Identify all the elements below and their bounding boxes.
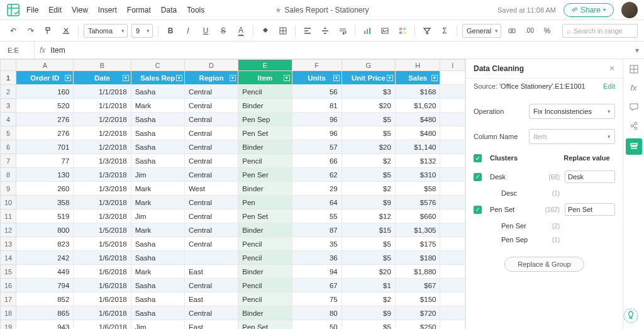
row-header[interactable]: 3 [1,99,16,113]
cell[interactable]: Sasha [131,279,184,293]
col-header-I[interactable]: I [440,60,465,71]
wrap-icon[interactable] [336,24,350,38]
star-icon[interactable]: ★ [275,6,282,14]
col-header-C[interactable]: C [131,60,184,71]
cell[interactable]: 1/3/2018 [74,209,131,223]
cell[interactable]: $15 [341,223,395,237]
row-header[interactable]: 11 [1,209,16,223]
edit-source-link[interactable]: Edit [603,82,615,90]
cell[interactable]: 1/2/2018 [74,113,131,126]
cell[interactable]: Central [184,279,238,293]
row-header[interactable]: 18 [1,306,16,320]
row-header[interactable]: 12 [1,223,16,237]
cell[interactable]: Central [184,85,238,99]
col-header-H[interactable]: H [395,60,440,71]
cell[interactable]: $2 [341,293,395,306]
cell[interactable]: 29 [292,182,341,196]
cell[interactable]: Mark [131,223,184,237]
cell[interactable]: 276 [16,113,74,126]
cell[interactable]: 242 [16,251,74,265]
cell[interactable]: Central [184,126,238,140]
cell[interactable]: $20 [341,99,395,113]
cell[interactable]: Jim [131,209,184,223]
cell[interactable]: 943 [16,320,74,330]
cell[interactable]: Mark [131,196,184,209]
italic-icon[interactable]: I [181,24,195,38]
user-avatar[interactable] [621,2,638,18]
bold-icon[interactable]: B [164,24,177,38]
menu-tools[interactable]: Tools [187,6,204,14]
cell[interactable]: $5 [341,126,395,140]
cell[interactable]: 1/5/2018 [74,237,131,251]
cell[interactable]: Mark [131,99,184,113]
cell[interactable]: $480 [395,126,440,140]
cell[interactable]: Pencil [238,251,292,265]
cell[interactable]: Pencil [238,293,292,306]
cell[interactable]: $5 [341,113,395,126]
cell[interactable]: 36 [292,251,341,265]
cell[interactable]: Pen Set [238,126,292,140]
cell[interactable]: $720 [395,306,440,320]
cell[interactable]: Jim [131,320,184,330]
cell[interactable]: Binder [238,182,292,196]
cell[interactable]: Sasha [131,237,184,251]
close-icon[interactable]: ✕ [609,64,615,73]
decimals-icon[interactable]: .00 [523,24,536,38]
operation-select[interactable]: Fix Inconsistencies [529,104,615,119]
cell[interactable]: 1/1/2018 [74,85,131,99]
cell[interactable]: Sasha [131,113,184,126]
cell[interactable]: Central [184,154,238,168]
cell[interactable]: $150 [395,293,440,306]
cell[interactable]: Pencil [238,279,292,293]
menu-file[interactable]: File [26,6,38,14]
cell[interactable]: 1/6/2018 [74,306,131,320]
cell[interactable]: 1/2/2018 [74,126,131,140]
number-format-select[interactable]: General [462,24,501,38]
cell[interactable]: Central [184,168,238,182]
cell[interactable] [184,251,238,265]
cell[interactable]: 794 [16,279,74,293]
underline-icon[interactable]: U [199,24,213,38]
comment-tool-icon[interactable] [628,101,640,113]
col-header-E[interactable]: E [238,60,292,71]
cell[interactable]: Central [184,196,238,209]
row-header[interactable]: 6 [1,140,16,154]
cell[interactable]: 66 [292,154,341,168]
cell[interactable]: 55 [292,209,341,223]
cell[interactable]: Binder [238,99,292,113]
cell[interactable]: Pen Set [238,320,292,330]
col-header-B[interactable]: B [74,60,131,71]
header-sales-rep[interactable]: Sales Rep▾ [131,71,184,85]
row-header[interactable]: 17 [1,293,16,306]
cell[interactable]: 96 [292,113,341,126]
percent-icon[interactable]: % [540,24,554,38]
replace-group-button[interactable]: Replace & Group [504,257,584,272]
chart-icon[interactable] [360,24,374,38]
share-tool-icon[interactable] [628,120,640,132]
cell[interactable]: $175 [395,237,440,251]
cell[interactable]: Sasha [131,140,184,154]
replace-value-input[interactable]: Desk [565,170,615,183]
cell[interactable]: Central [184,99,238,113]
cell[interactable]: 96 [292,126,341,140]
cell[interactable]: Sasha [131,126,184,140]
cell[interactable]: 852 [16,293,74,306]
cell[interactable]: $9 [341,196,395,209]
cell[interactable]: 87 [292,223,341,237]
cell[interactable]: Central [184,306,238,320]
row-header[interactable]: 9 [1,182,16,196]
cell[interactable]: 50 [292,320,341,330]
cell[interactable]: 823 [16,237,74,251]
cell[interactable]: $2 [341,182,395,196]
row-header[interactable]: 19 [1,320,16,330]
cell[interactable]: 1/3/2018 [74,154,131,168]
select-all-checkbox[interactable]: ✓ [474,154,482,162]
cell[interactable]: 449 [16,265,74,279]
cell[interactable]: Binder [238,306,292,320]
cell[interactable]: $58 [395,182,440,196]
row-header[interactable]: 16 [1,279,16,293]
cell[interactable]: 260 [16,182,74,196]
cell[interactable]: Binder [238,265,292,279]
cell[interactable]: $5 [341,168,395,182]
cell[interactable]: 1/5/2018 [74,223,131,237]
